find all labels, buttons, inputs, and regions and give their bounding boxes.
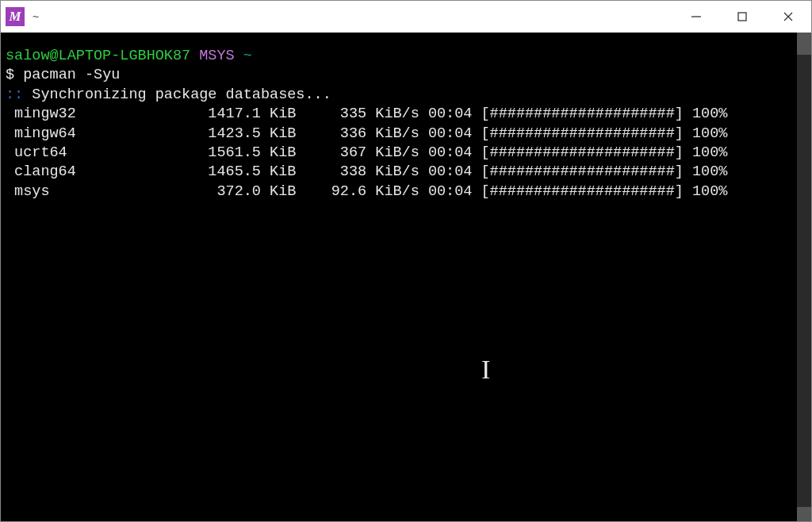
prompt-symbol: $ [6, 67, 23, 83]
prompt-shell: MSYS [199, 48, 234, 64]
scroll-down-arrow[interactable] [797, 507, 811, 521]
minimize-button[interactable] [673, 1, 719, 33]
maximize-button[interactable] [719, 1, 765, 33]
terminal-wrapper: salow@LAPTOP-LGBHOK87 MSYS ~$ pacman -Sy… [1, 33, 811, 521]
svg-rect-1 [738, 13, 746, 21]
app-window: M ~ salow@LAPTOP-LGBHOK87 MSYS ~$ pacman… [0, 0, 812, 522]
close-icon [783, 11, 794, 22]
titlebar[interactable]: M ~ [1, 1, 811, 33]
scroll-up-arrow[interactable] [797, 33, 811, 55]
window-controls [673, 1, 811, 33]
sync-message: Synchronizing package databases... [23, 86, 331, 103]
command-text: pacman -Syu [23, 67, 120, 83]
sync-marker: :: [6, 86, 23, 103]
minimize-icon [691, 11, 702, 22]
download-row: mingw32 1417.1 KiB 335 KiB/s 00:04 [####… [6, 105, 792, 124]
terminal-output[interactable]: salow@LAPTOP-LGBHOK87 MSYS ~$ pacman -Sy… [1, 33, 797, 521]
download-row: mingw64 1423.5 KiB 336 KiB/s 00:04 [####… [6, 125, 792, 144]
window-title: ~ [33, 10, 673, 23]
scrollbar[interactable] [797, 33, 811, 521]
download-row: clang64 1465.5 KiB 338 KiB/s 00:04 [####… [6, 163, 792, 182]
prompt-user-host: salow@LAPTOP-LGBHOK87 [6, 48, 190, 64]
download-row: msys 372.0 KiB 92.6 KiB/s 00:04 [#######… [6, 182, 792, 202]
app-icon: M [6, 7, 25, 26]
close-button[interactable] [765, 1, 811, 33]
maximize-icon [737, 11, 748, 22]
prompt-cwd: ~ [243, 48, 252, 64]
download-row: ucrt64 1561.5 KiB 367 KiB/s 00:04 [#####… [6, 144, 792, 163]
